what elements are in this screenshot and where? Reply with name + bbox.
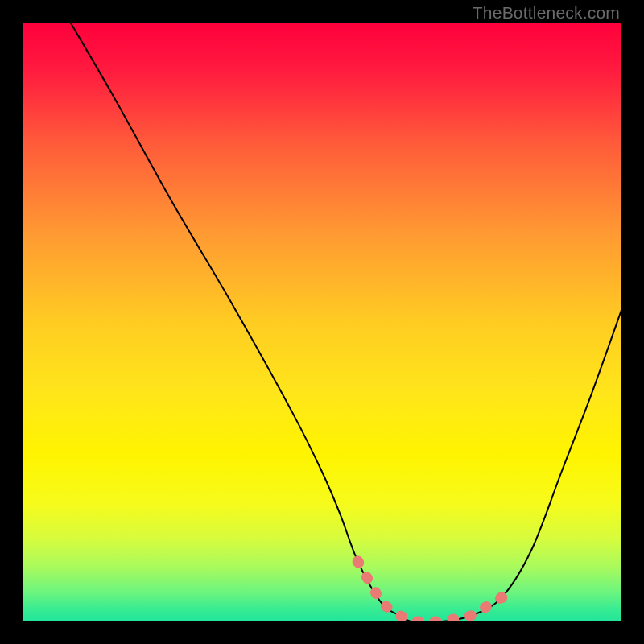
watermark-text: TheBottleneck.com — [473, 3, 620, 23]
highlight-endcap — [353, 556, 364, 568]
plot-area — [23, 23, 621, 621]
highlight-endcap — [496, 592, 507, 603]
curve-highlight-dots — [353, 556, 508, 621]
curve-layer — [23, 23, 621, 621]
bottleneck-curve — [71, 23, 622, 621]
chart-frame: TheBottleneck.com — [0, 0, 644, 644]
